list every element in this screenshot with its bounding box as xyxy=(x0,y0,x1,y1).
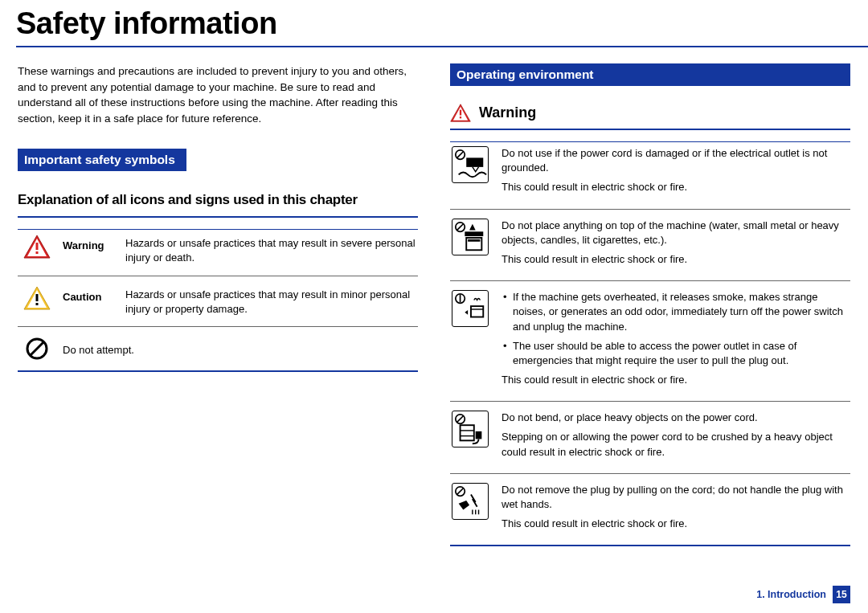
overheat-unplug-icon xyxy=(452,290,489,327)
damaged-cord-icon xyxy=(452,146,489,183)
row-divider xyxy=(450,401,850,402)
warning-heading: Warning xyxy=(450,104,850,122)
svg-line-18 xyxy=(457,223,464,230)
wet-hands-plug-icon xyxy=(452,483,489,520)
warnings-table: Do not use if the power cord is damaged … xyxy=(450,142,850,546)
row-divider xyxy=(18,276,418,276)
intro-paragraph: These warnings and precautions are inclu… xyxy=(18,63,418,126)
warning-row: Do not use if the power cord is damaged … xyxy=(450,142,850,204)
page-footer: 1. Introduction 15 xyxy=(756,586,850,603)
svg-rect-7 xyxy=(36,303,39,305)
warning-text: Do not bend, or place heavy objects on t… xyxy=(502,411,849,464)
warning-triangle-icon xyxy=(23,235,51,259)
svg-rect-6 xyxy=(36,294,39,301)
symbols-section-header: Important safety symbols xyxy=(18,149,186,171)
warning-text: Do not place anything on top of the mach… xyxy=(502,219,849,272)
table-bottom-border xyxy=(18,370,418,372)
right-column: Operating environment Warning xyxy=(450,63,850,551)
warning-secondary: Stepping on or allowing the power cord t… xyxy=(502,430,849,459)
warning-secondary: This could result in electric shock or f… xyxy=(502,180,849,194)
symbol-row-warning: Warning Hazards or unsafe practices that… xyxy=(18,230,418,270)
prohibit-icon xyxy=(25,337,49,361)
svg-rect-21 xyxy=(468,239,480,241)
symbols-subheading: Explanation of all icons and signs used … xyxy=(18,192,418,208)
symbol-desc: Do not attempt. xyxy=(63,337,416,358)
row-divider xyxy=(450,473,850,474)
warning-primary: Do not use if the power cord is damaged … xyxy=(502,146,849,175)
warning-primary: Do not place anything on top of the mach… xyxy=(502,219,849,247)
warning-row: Do not bend, or place heavy objects on t… xyxy=(450,407,850,468)
warning-text: Do not remove the plug by pulling on the… xyxy=(502,483,849,537)
warning-text: Do not use if the power cord is damaged … xyxy=(502,146,849,200)
warning-secondary: This could result in electric shock or f… xyxy=(502,517,849,531)
page-number: 15 xyxy=(833,586,850,603)
page-title: Safety information xyxy=(0,0,868,46)
divider xyxy=(18,216,418,218)
symbol-row-caution: Caution Hazards or unsafe practices that… xyxy=(18,281,418,321)
warning-secondary: This could result in electric shock or f… xyxy=(502,252,849,267)
warning-bullet: If the machine gets overheated, it relea… xyxy=(513,290,849,334)
symbol-desc: Hazards or unsafe practices that may res… xyxy=(125,235,416,265)
warning-bullet: The user should be able to access the po… xyxy=(513,339,849,368)
symbol-label: Warning xyxy=(63,235,117,251)
row-divider xyxy=(18,326,418,327)
warning-primary: Do not remove the plug by pulling on the… xyxy=(502,483,849,512)
symbol-row-donot: Do not attempt. xyxy=(18,332,418,366)
warning-row: Do not remove the plug by pulling on the… xyxy=(450,479,850,541)
svg-line-15 xyxy=(457,152,464,158)
svg-rect-24 xyxy=(471,306,483,317)
row-divider xyxy=(450,280,850,281)
table-bottom-border xyxy=(450,545,850,546)
svg-rect-12 xyxy=(460,110,461,116)
warning-secondary: This could result in electric shock or f… xyxy=(502,373,849,387)
svg-rect-19 xyxy=(465,231,483,236)
row-divider xyxy=(450,209,850,210)
left-column: These warnings and precautions are inclu… xyxy=(18,63,418,551)
warning-heading-label: Warning xyxy=(479,104,536,121)
objects-on-top-icon xyxy=(452,219,489,255)
svg-line-33 xyxy=(457,488,464,495)
warning-primary: Do not bend, or place heavy objects on t… xyxy=(502,411,849,425)
warning-triangle-icon xyxy=(450,104,471,122)
symbols-table: Warning Hazards or unsafe practices that… xyxy=(18,230,418,372)
caution-triangle-icon xyxy=(23,286,51,310)
symbol-label: Caution xyxy=(63,286,117,303)
bend-cord-icon xyxy=(452,411,489,447)
svg-rect-2 xyxy=(36,243,39,250)
svg-line-9 xyxy=(31,342,43,355)
divider xyxy=(450,129,850,130)
svg-rect-13 xyxy=(460,116,461,118)
svg-rect-3 xyxy=(36,251,39,254)
symbol-desc: Hazards or unsafe practices that may res… xyxy=(125,286,416,317)
warning-text: If the machine gets overheated, it relea… xyxy=(502,290,849,392)
warning-row: If the machine gets overheated, it relea… xyxy=(450,286,850,396)
svg-rect-16 xyxy=(466,157,483,166)
environment-section-header: Operating environment xyxy=(450,63,850,86)
chapter-label: 1. Introduction xyxy=(756,589,826,600)
content-area: These warnings and precautions are inclu… xyxy=(0,47,868,551)
warning-row: Do not place anything on top of the mach… xyxy=(450,215,850,276)
svg-rect-31 xyxy=(476,431,482,439)
svg-line-27 xyxy=(457,416,464,423)
svg-rect-28 xyxy=(461,425,474,440)
